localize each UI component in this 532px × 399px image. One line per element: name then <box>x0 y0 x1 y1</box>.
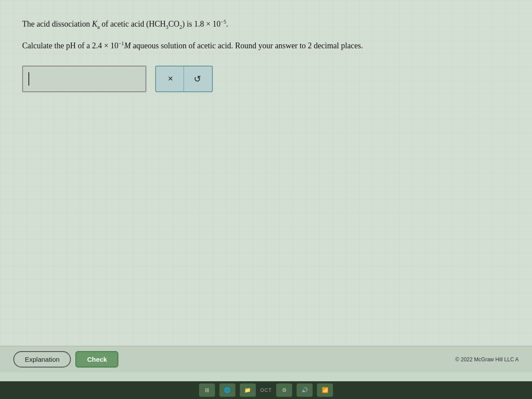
answer-input-field[interactable] <box>22 66 146 92</box>
answer-area: × ↺ <box>22 66 510 92</box>
clear-button[interactable]: × <box>157 66 184 91</box>
bottom-bar: Explanation Check © 2022 McGraw Hill LLC… <box>0 346 532 372</box>
taskbar-app2[interactable]: ⚙ <box>276 383 292 397</box>
check-button[interactable]: Check <box>75 351 118 368</box>
undo-icon: ↺ <box>194 74 201 84</box>
taskbar-time: OCT <box>260 387 272 393</box>
main-content: The acid dissociation Ka of acetic acid … <box>0 0 532 372</box>
clear-icon: × <box>168 74 173 84</box>
question-line1: The acid dissociation Ka of acetic acid … <box>22 18 510 31</box>
taskbar: ⊞ 🌐 📁 OCT ⚙ 🔊 📶 <box>0 381 532 399</box>
question-line2: Calculate the pH of a 2.4 × 10−1M aqueou… <box>22 39 510 52</box>
undo-button[interactable]: ↺ <box>184 66 211 91</box>
taskbar-app4[interactable]: 📶 <box>317 383 333 397</box>
copyright-text: © 2022 McGraw Hill LLC A <box>455 356 519 363</box>
action-buttons-group: × ↺ <box>155 66 213 92</box>
question-block: The acid dissociation Ka of acetic acid … <box>22 18 510 52</box>
text-cursor <box>28 72 29 86</box>
explanation-button[interactable]: Explanation <box>13 351 71 368</box>
taskbar-app3[interactable]: 🔊 <box>297 383 313 397</box>
taskbar-app1[interactable]: 📁 <box>240 383 256 397</box>
taskbar-browser[interactable]: 🌐 <box>219 383 235 397</box>
taskbar-start[interactable]: ⊞ <box>199 383 215 397</box>
